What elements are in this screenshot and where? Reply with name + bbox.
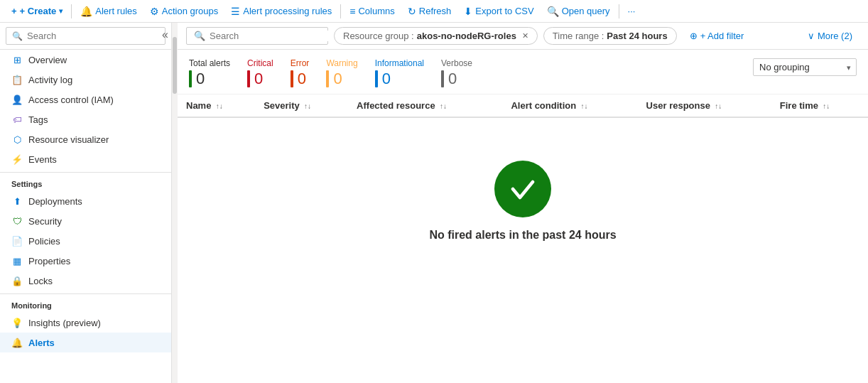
sidebar-item-policies[interactable]: 📄 Policies <box>0 231 171 251</box>
sidebar-search-area: 🔍 « <box>0 23 171 50</box>
alert-rules-button[interactable]: 🔔 Alert rules <box>75 3 143 20</box>
col-affected-resource[interactable]: Affected resource ↑↓ <box>348 95 502 117</box>
warning-label: Warning <box>326 58 357 68</box>
col-user-response-label: User response <box>646 100 710 111</box>
query-icon: 🔍 <box>547 6 559 17</box>
more-toolbar-button[interactable]: ··· <box>622 3 641 19</box>
sidebar-item-label: Overview <box>28 55 67 65</box>
critical-stat-inner: 0 <box>247 70 263 88</box>
sidebar-item-locks[interactable]: 🔒 Locks <box>0 271 171 291</box>
sidebar-item-iam[interactable]: 👤 Access control (IAM) <box>0 90 171 109</box>
verbose-stat: Verbose 0 <box>441 58 472 88</box>
events-icon: ⚡ <box>11 153 23 165</box>
col-severity-sort-icon: ↑↓ <box>304 102 311 110</box>
warning-stat-inner: 0 <box>326 70 342 88</box>
total-value: 0 <box>196 70 205 88</box>
alert-processing-rules-button[interactable]: ☰ Alert processing rules <box>225 3 337 20</box>
tags-icon: 🏷 <box>11 114 23 125</box>
col-name[interactable]: Name ↑↓ <box>178 95 255 117</box>
sidebar-collapse-button[interactable]: « <box>162 28 168 41</box>
sidebar-scrollbar[interactable] <box>172 23 178 383</box>
informational-stat: Informational 0 <box>375 58 424 88</box>
sidebar-item-security[interactable]: 🛡 Security <box>0 211 171 231</box>
critical-stat: Critical 0 <box>247 58 273 88</box>
columns-button[interactable]: ≡ Columns <box>344 3 400 20</box>
sidebar-item-insights[interactable]: 💡 Insights (preview) <box>0 313 171 333</box>
sidebar-item-alerts[interactable]: 🔔 Alerts <box>0 333 171 352</box>
create-label: + Create <box>20 6 57 16</box>
refresh-button[interactable]: ↻ Refresh <box>402 3 457 20</box>
alert-rules-icon: 🔔 <box>80 6 92 17</box>
empty-state-icon <box>494 161 551 217</box>
export-icon: ⬇ <box>464 6 472 17</box>
col-name-label: Name <box>186 100 211 111</box>
export-csv-label: Export to CSV <box>475 6 533 16</box>
sidebar-item-deployments[interactable]: ⬆ Deployments <box>0 191 171 211</box>
col-affected-resource-sort-icon: ↑↓ <box>440 102 447 110</box>
main-layout: 🔍 « ⊞ Overview 📋 Activity log 👤 Access c… <box>0 23 868 383</box>
locks-icon: 🔒 <box>11 275 23 286</box>
grouping-select-wrap[interactable]: No grouping Smart grouping Group by seve… <box>753 58 857 76</box>
more-filter-button[interactable]: ∨ More (2) <box>801 28 859 44</box>
time-range-key: Time range : <box>553 31 604 41</box>
more-toolbar-icon: ··· <box>628 6 636 16</box>
sidebar-item-label: Locks <box>28 276 53 286</box>
deployments-icon: ⬆ <box>11 195 23 207</box>
add-filter-button[interactable]: ⊕ + Add filter <box>683 28 752 44</box>
warning-stat: Warning 0 <box>326 58 357 88</box>
verbose-bar <box>441 70 444 87</box>
warning-value: 0 <box>333 70 342 88</box>
col-fire-time[interactable]: Fire time ↑↓ <box>771 95 868 117</box>
alert-rules-label: Alert rules <box>95 6 137 16</box>
time-range-chip[interactable]: Time range : Past 24 hours <box>543 27 677 45</box>
sidebar-search-input[interactable] <box>27 31 159 41</box>
critical-label: Critical <box>247 58 273 68</box>
open-query-button[interactable]: 🔍 Open query <box>541 3 616 20</box>
sidebar-item-label: Policies <box>28 236 60 247</box>
col-user-response[interactable]: User response ↑↓ <box>638 95 771 117</box>
filter-search-input[interactable] <box>210 31 329 41</box>
filter-search-icon: 🔍 <box>194 31 205 41</box>
col-severity[interactable]: Severity ↑↓ <box>255 95 348 117</box>
sidebar-item-activity-log[interactable]: 📋 Activity log <box>0 70 171 90</box>
sidebar-item-resource-visualizer[interactable]: ⬡ Resource visualizer <box>0 129 171 149</box>
informational-stat-inner: 0 <box>375 70 391 88</box>
filter-search-box[interactable]: 🔍 <box>186 27 328 45</box>
sidebar-item-label: Access control (IAM) <box>28 95 114 105</box>
security-icon: 🛡 <box>11 215 23 227</box>
sidebar-item-tags[interactable]: 🏷 Tags <box>0 109 171 129</box>
more-filter-icon: ∨ <box>808 31 815 41</box>
resource-group-chip[interactable]: Resource group : akos-no-nodeRG-roles ✕ <box>334 27 538 45</box>
resource-visualizer-icon: ⬡ <box>11 134 23 145</box>
alert-summary: Total alerts 0 Critical 0 Error 0 <box>178 50 868 95</box>
action-groups-button[interactable]: ⚙ Action groups <box>144 3 224 20</box>
separator3 <box>619 4 619 18</box>
sidebar-item-label: Properties <box>28 256 70 266</box>
iam-icon: 👤 <box>11 94 23 105</box>
col-user-response-sort-icon: ↑↓ <box>715 102 722 110</box>
chip-close-icon[interactable]: ✕ <box>522 31 528 41</box>
more-filter-label: More (2) <box>818 31 852 41</box>
sidebar-item-overview[interactable]: ⊞ Overview <box>0 50 171 70</box>
action-groups-icon: ⚙ <box>150 6 159 17</box>
col-alert-condition-label: Alert condition <box>511 100 576 111</box>
chevron-down-icon: ▾ <box>59 7 63 15</box>
table-empty-row: No fired alerts in the past 24 hours <box>178 117 868 284</box>
grouping-select[interactable]: No grouping Smart grouping Group by seve… <box>753 58 857 76</box>
error-stat-inner: 0 <box>291 70 306 88</box>
sidebar-search-wrap: 🔍 « <box>6 27 166 45</box>
create-button[interactable]: + + Create ▾ <box>6 3 68 19</box>
sidebar-item-label: Security <box>28 216 62 227</box>
columns-icon: ≡ <box>349 6 355 17</box>
add-filter-label: + Add filter <box>700 31 744 41</box>
total-stat-inner: 0 <box>189 70 205 88</box>
table-wrap: Name ↑↓ Severity ↑↓ Affected resource ↑↓ <box>178 95 868 383</box>
sidebar-search-box[interactable]: 🔍 <box>6 27 166 45</box>
export-csv-button[interactable]: ⬇ Export to CSV <box>458 3 539 20</box>
sidebar-item-events[interactable]: ⚡ Events <box>0 149 171 169</box>
resource-group-val: akos-no-nodeRG-roles <box>417 31 516 41</box>
col-alert-condition[interactable]: Alert condition ↑↓ <box>502 95 637 117</box>
col-severity-label: Severity <box>264 100 300 111</box>
total-bar <box>189 70 192 87</box>
sidebar-item-properties[interactable]: ▦ Properties <box>0 251 171 271</box>
